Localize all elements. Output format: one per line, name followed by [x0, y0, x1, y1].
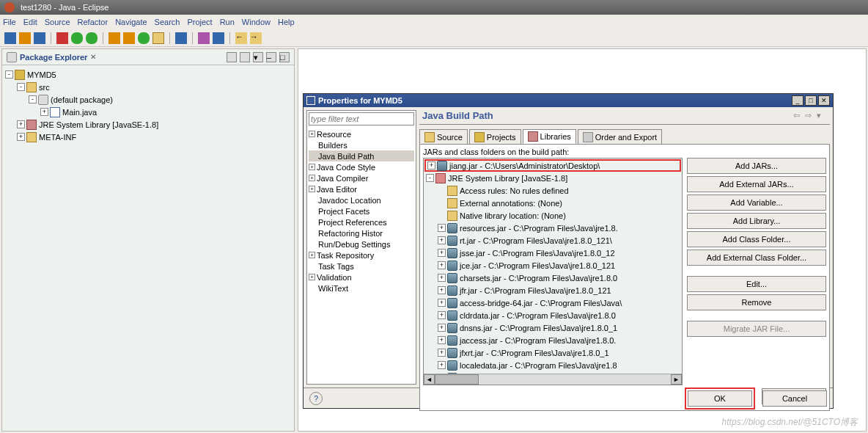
scroll-right-icon[interactable]: ►	[671, 374, 682, 385]
scroll-thumb[interactable]	[435, 374, 479, 385]
jar-entry-highlighted[interactable]: +jiang.jar - C:\Users\Administrator\Desk…	[424, 159, 681, 172]
nav-item[interactable]: Builders	[309, 139, 414, 150]
tree-project[interactable]: MYMD5	[27, 70, 56, 79]
nav-item[interactable]: +Validation	[309, 272, 414, 283]
open-type-icon[interactable]	[152, 32, 164, 44]
tree-meta-inf[interactable]: META-INF	[39, 133, 76, 142]
jar-entry[interactable]: +jce.jar - C:\Program Files\Java\jre1.8.…	[424, 259, 681, 272]
nav-back-icon[interactable]: ←	[235, 32, 247, 44]
expander[interactable]: +	[438, 361, 446, 369]
nav-item[interactable]: Javadoc Location	[309, 194, 414, 205]
menu-navigate[interactable]: Navigate	[115, 18, 147, 26]
new-class-icon[interactable]	[138, 32, 150, 44]
toggle-icon[interactable]	[198, 32, 210, 44]
tab-order[interactable]: Order and Export	[578, 129, 662, 144]
jar-entry[interactable]: +resources.jar - C:\Program Files\Java\j…	[424, 222, 681, 234]
save-all-icon[interactable]	[34, 32, 45, 44]
menu-project[interactable]: Project	[187, 18, 212, 26]
jars-tree[interactable]: +jiang.jar - C:\Users\Administrator\Desk…	[423, 158, 683, 385]
nav-dropdown-icon[interactable]: ▾	[817, 111, 827, 121]
nav-item[interactable]: Project Facets	[309, 205, 414, 216]
jar-entry[interactable]: +localedata.jar - C:\Program Files\Java\…	[424, 359, 681, 371]
tab-projects[interactable]: Projects	[469, 129, 521, 144]
expander[interactable]: +	[17, 133, 25, 141]
expander[interactable]: +	[438, 261, 446, 269]
expander[interactable]: +	[309, 252, 315, 258]
expander[interactable]: +	[17, 120, 25, 128]
jar-entry[interactable]: +charsets.jar - C:\Program Files\Java\jr…	[424, 272, 681, 284]
help-icon[interactable]: ?	[309, 392, 323, 405]
expander[interactable]: -	[5, 70, 13, 79]
nav-item[interactable]: +Task Repository	[309, 250, 414, 261]
expander[interactable]: +	[438, 336, 446, 344]
expander[interactable]: -	[426, 174, 434, 182]
add-variable-button[interactable]: Add Variable...	[687, 194, 826, 211]
expander[interactable]: +	[309, 175, 315, 181]
expander[interactable]: +	[438, 299, 446, 307]
run-icon[interactable]	[71, 32, 83, 44]
coverage-icon[interactable]	[86, 32, 98, 44]
dialog-titlebar[interactable]: Properties for MYMD5 _ □ ✕	[304, 94, 833, 107]
view-menu-icon[interactable]: ▾	[253, 52, 263, 62]
expander[interactable]: +	[438, 274, 446, 282]
expander[interactable]: +	[427, 161, 435, 170]
add-external-class-folder-button[interactable]: Add External Class Folder...	[687, 250, 826, 266]
filter-input[interactable]	[309, 112, 414, 125]
expander[interactable]: +	[309, 274, 315, 280]
nav-item[interactable]: WikiText	[309, 283, 414, 294]
jar-entry[interactable]: +access-bridge-64.jar - C:\Program Files…	[424, 296, 681, 309]
nav-item[interactable]: +Resource	[309, 128, 414, 139]
nav-item[interactable]: +Java Editor	[309, 183, 414, 194]
tree-src[interactable]: src	[39, 83, 50, 92]
nav-item[interactable]: Refactoring Histor	[309, 228, 414, 239]
scroll-left-icon[interactable]: ◄	[424, 374, 435, 385]
new-project-icon[interactable]	[108, 32, 120, 44]
nav-item[interactable]: Task Tags	[309, 261, 414, 272]
expander[interactable]: +	[438, 236, 446, 244]
jar-entry[interactable]: +rt.jar - C:\Program Files\Java\jre1.8.0…	[424, 234, 681, 247]
dialog-minimize-icon[interactable]: _	[792, 95, 803, 106]
menu-search[interactable]: Search	[155, 18, 180, 26]
tree-jre[interactable]: JRE System Library [JavaSE-1.8]	[39, 120, 158, 129]
expander[interactable]: +	[438, 324, 446, 332]
dialog-maximize-icon[interactable]: □	[805, 95, 817, 106]
expander[interactable]: +	[438, 224, 446, 232]
tab-libraries[interactable]: Libraries	[523, 129, 576, 144]
expander[interactable]: +	[438, 311, 446, 319]
minimize-icon[interactable]: –	[266, 52, 276, 62]
jre-library[interactable]: JRE System Library [JavaSE-1.8]	[448, 174, 567, 183]
nav-item[interactable]: Java Build Path	[309, 150, 414, 161]
search-icon[interactable]	[175, 32, 187, 44]
menu-refactor[interactable]: Refactor	[78, 18, 108, 26]
add-library-button[interactable]: Add Library...	[687, 213, 826, 229]
jar-entry[interactable]: +dnsns.jar - C:\Program Files\Java\jre1.…	[424, 321, 681, 334]
nav-back-icon[interactable]: ⇦	[793, 111, 803, 121]
jar-entry[interactable]: +jaccess.jar - C:\Program Files\Java\jre…	[424, 334, 681, 346]
nav-item[interactable]: +Java Code Style	[309, 161, 414, 172]
menu-window[interactable]: Window	[242, 18, 271, 26]
add-external-jars-button[interactable]: Add External JARs...	[687, 176, 826, 192]
expander[interactable]: +	[309, 186, 315, 192]
debug-icon[interactable]	[56, 32, 68, 44]
tab-source[interactable]: Source	[419, 129, 468, 144]
pin-icon[interactable]	[213, 32, 224, 44]
menu-edit[interactable]: Edit	[23, 18, 37, 26]
edit-button[interactable]: Edit...	[687, 276, 826, 292]
menu-run[interactable]: Run	[220, 18, 235, 26]
new-icon[interactable]	[4, 32, 16, 44]
add-class-folder-button[interactable]: Add Class Folder...	[687, 231, 826, 247]
jar-entry[interactable]: +cldrdata.jar - C:\Program Files\Java\jr…	[424, 309, 681, 321]
jar-entry[interactable]: +jsse.jar - C:\Program Files\Java\jre1.8…	[424, 247, 681, 259]
collapse-all-icon[interactable]	[227, 52, 237, 62]
ok-button[interactable]: OK	[688, 390, 752, 407]
jar-entry[interactable]: +jfr.jar - C:\Program Files\Java\jre1.8.…	[424, 284, 681, 296]
expander[interactable]: +	[309, 164, 315, 170]
expander[interactable]: +	[438, 349, 446, 357]
menu-help[interactable]: Help	[278, 18, 295, 26]
migrate-jar-button[interactable]: Migrate JAR File...	[687, 321, 826, 337]
expander[interactable]: +	[438, 249, 446, 257]
save-icon[interactable]	[19, 32, 31, 44]
package-explorer-tree[interactable]: -MYMD5 -src -(default package) +Main.jav…	[2, 65, 294, 431]
jar-entry[interactable]: +jfxrt.jar - C:\Program Files\Java\jre1.…	[424, 346, 681, 359]
nav-item[interactable]: +Java Compiler	[309, 172, 414, 183]
